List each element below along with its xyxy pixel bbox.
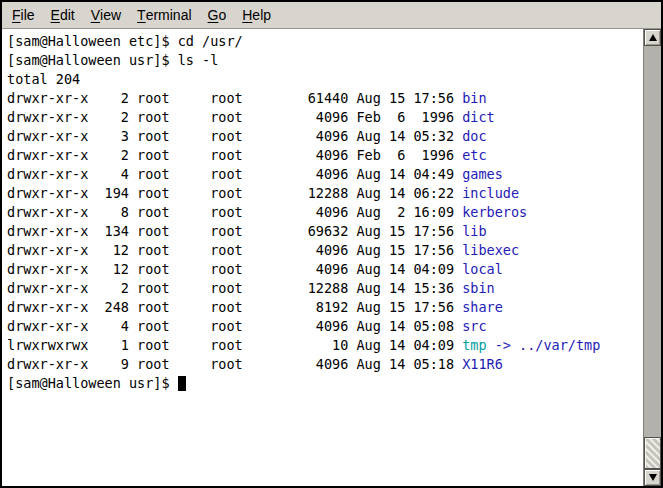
terminal-line: [sam@Halloween usr]$ ls -l xyxy=(7,51,643,70)
menu-item-view[interactable]: View xyxy=(83,2,129,28)
menu-item-mnemonic: E xyxy=(51,7,60,23)
menu-item-mnemonic: F xyxy=(12,7,21,23)
menu-item-label: o xyxy=(218,7,226,23)
menu-item-help[interactable]: Help xyxy=(234,2,279,28)
terminal-text: [sam@Halloween usr]$ ls -l xyxy=(7,52,218,68)
terminal-text: drwxr-xr-x 2 root root 4096 Feb 6 1996 xyxy=(7,147,462,163)
terminal-line: [sam@Halloween usr]$ xyxy=(7,374,643,393)
terminal-text: drwxr-xr-x 9 root root 4096 Aug 14 05:18 xyxy=(7,356,462,372)
menu-item-label: iew xyxy=(100,7,121,23)
terminal-text: drwxr-xr-x 4 root root 4096 Aug 14 05:08 xyxy=(7,318,462,334)
terminal-text: lrwxrwxrwx 1 root root 10 Aug 14 04:09 xyxy=(7,337,462,353)
terminal-line: drwxr-xr-x 2 root root 4096 Feb 6 1996 d… xyxy=(7,108,643,127)
terminal-text: total 204 xyxy=(7,71,80,87)
terminal-line: drwxr-xr-x 4 root root 4096 Aug 14 04:49… xyxy=(7,165,643,184)
directory-name-text: local xyxy=(462,261,503,277)
scrollbar-down-button[interactable] xyxy=(644,469,661,486)
directory-name-text: share xyxy=(462,299,503,315)
menu-item-file[interactable]: File xyxy=(4,2,43,28)
terminal-line: drwxr-xr-x 12 root root 4096 Aug 15 17:5… xyxy=(7,241,643,260)
terminal-text: drwxr-xr-x 2 root root 61440 Aug 15 17:5… xyxy=(7,90,462,106)
directory-name-text: src xyxy=(462,318,486,334)
terminal-content: [sam@Halloween etc]$ cd /usr/[sam@Hallow… xyxy=(2,29,661,486)
directory-name-text: lib xyxy=(462,223,486,239)
directory-name-text: etc xyxy=(462,147,486,163)
terminal-text: drwxr-xr-x 4 root root 4096 Aug 14 04:49 xyxy=(7,166,462,182)
terminal-line: drwxr-xr-x 2 root root 4096 Feb 6 1996 e… xyxy=(7,146,643,165)
menu-item-label: elp xyxy=(252,7,271,23)
menu-item-label: erminal xyxy=(146,7,192,23)
terminal-line: drwxr-xr-x 2 root root 61440 Aug 15 17:5… xyxy=(7,89,643,108)
menu-item-mnemonic: V xyxy=(91,7,100,23)
terminal-text: [sam@Halloween etc]$ cd /usr/ xyxy=(7,33,243,49)
directory-name-text: -> ../var/tmp xyxy=(487,337,601,353)
menu-item-terminal[interactable]: Terminal xyxy=(129,2,199,28)
directory-name-text: games xyxy=(462,166,503,182)
down-arrow-icon xyxy=(649,474,657,481)
scrollbar-track[interactable] xyxy=(644,46,661,469)
terminal-line: [sam@Halloween etc]$ cd /usr/ xyxy=(7,32,643,51)
terminal-text: [sam@Halloween usr]$ xyxy=(7,375,178,391)
terminal-line: drwxr-xr-x 8 root root 4096 Aug 2 16:09 … xyxy=(7,203,643,222)
terminal-line: drwxr-xr-x 12 root root 4096 Aug 14 04:0… xyxy=(7,260,643,279)
symlink-name-text: tmp xyxy=(462,337,486,353)
terminal-text: drwxr-xr-x 248 root root 8192 Aug 15 17:… xyxy=(7,299,462,315)
scrollbar-thumb[interactable] xyxy=(644,437,661,469)
terminal-line: lrwxrwxrwx 1 root root 10 Aug 14 04:09 t… xyxy=(7,336,643,355)
directory-name-text: dict xyxy=(462,109,495,125)
terminal-text: drwxr-xr-x 2 root root 12288 Aug 14 15:3… xyxy=(7,280,462,296)
terminal-text: drwxr-xr-x 3 root root 4096 Aug 14 05:32 xyxy=(7,128,462,144)
menu-item-edit[interactable]: Edit xyxy=(43,2,83,28)
scrollbar[interactable] xyxy=(643,29,661,486)
terminal-text: drwxr-xr-x 12 root root 4096 Aug 15 17:5… xyxy=(7,242,462,258)
menu-item-mnemonic: G xyxy=(208,7,219,23)
terminal-text: drwxr-xr-x 134 root root 69632 Aug 15 17… xyxy=(7,223,462,239)
terminal-line: drwxr-xr-x 3 root root 4096 Aug 14 05:32… xyxy=(7,127,643,146)
terminal-text: drwxr-xr-x 12 root root 4096 Aug 14 04:0… xyxy=(7,261,462,277)
menu-bar: FileEditViewTerminalGoHelp xyxy=(2,2,661,29)
directory-name-text: X11R6 xyxy=(462,356,503,372)
terminal-line: drwxr-xr-x 248 root root 8192 Aug 15 17:… xyxy=(7,298,643,317)
terminal-screen[interactable]: [sam@Halloween etc]$ cd /usr/[sam@Hallow… xyxy=(2,29,643,486)
directory-name-text: doc xyxy=(462,128,486,144)
terminal-line: drwxr-xr-x 9 root root 4096 Aug 14 05:18… xyxy=(7,355,643,374)
terminal-cursor xyxy=(178,376,186,391)
directory-name-text: kerberos xyxy=(462,204,527,220)
terminal-line: total 204 xyxy=(7,70,643,89)
directory-name-text: sbin xyxy=(462,280,495,296)
terminal-line: drwxr-xr-x 4 root root 4096 Aug 14 05:08… xyxy=(7,317,643,336)
terminal-line: drwxr-xr-x 194 root root 12288 Aug 14 06… xyxy=(7,184,643,203)
terminal-line: drwxr-xr-x 2 root root 12288 Aug 14 15:3… xyxy=(7,279,643,298)
terminal-text: drwxr-xr-x 2 root root 4096 Feb 6 1996 xyxy=(7,109,462,125)
menu-item-label: dit xyxy=(60,7,75,23)
terminal-text: drwxr-xr-x 194 root root 12288 Aug 14 06… xyxy=(7,185,462,201)
menu-item-go[interactable]: Go xyxy=(200,2,235,28)
up-arrow-icon xyxy=(649,34,657,41)
directory-name-text: libexec xyxy=(462,242,519,258)
terminal-line: drwxr-xr-x 134 root root 69632 Aug 15 17… xyxy=(7,222,643,241)
terminal-window: FileEditViewTerminalGoHelp [sam@Hallowee… xyxy=(0,0,663,488)
directory-name-text: bin xyxy=(462,90,486,106)
menu-item-label: ile xyxy=(21,7,35,23)
scrollbar-up-button[interactable] xyxy=(644,29,661,46)
menu-item-mnemonic: H xyxy=(242,7,252,23)
menu-item-mnemonic: T xyxy=(137,7,146,23)
directory-name-text: include xyxy=(462,185,519,201)
terminal-text: drwxr-xr-x 8 root root 4096 Aug 2 16:09 xyxy=(7,204,462,220)
